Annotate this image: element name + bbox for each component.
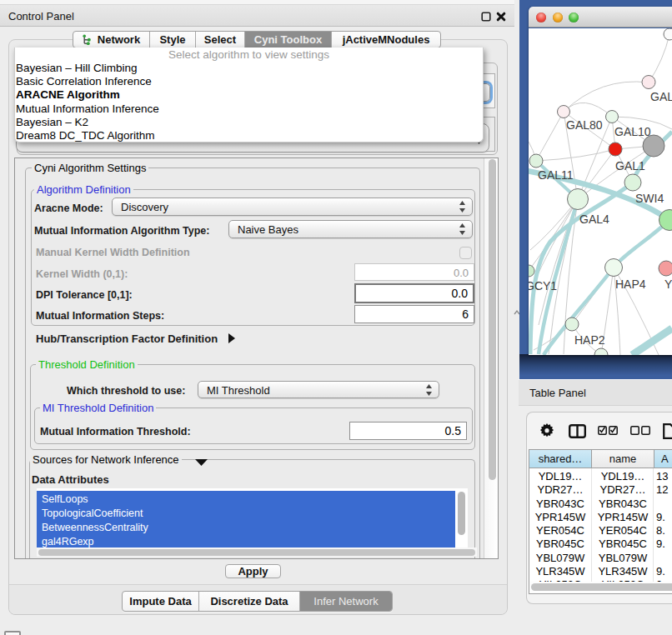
svg-text:GCY1: GCY1: [529, 279, 557, 292]
svg-text:SWI4: SWI4: [635, 192, 664, 205]
svg-text:GAL10: GAL10: [614, 125, 651, 138]
svg-text:Y: Y: [664, 278, 672, 291]
svg-text:GAL80: GAL80: [566, 118, 603, 132]
svg-text:GAL11: GAL11: [538, 168, 574, 182]
svg-text:GAL1: GAL1: [615, 159, 645, 172]
svg-text:HAP4: HAP4: [615, 278, 646, 291]
svg-text:GAL4: GAL4: [579, 212, 609, 226]
svg-text:GAL2: GAL2: [650, 90, 672, 103]
svg-text:HAP2: HAP2: [574, 333, 605, 347]
